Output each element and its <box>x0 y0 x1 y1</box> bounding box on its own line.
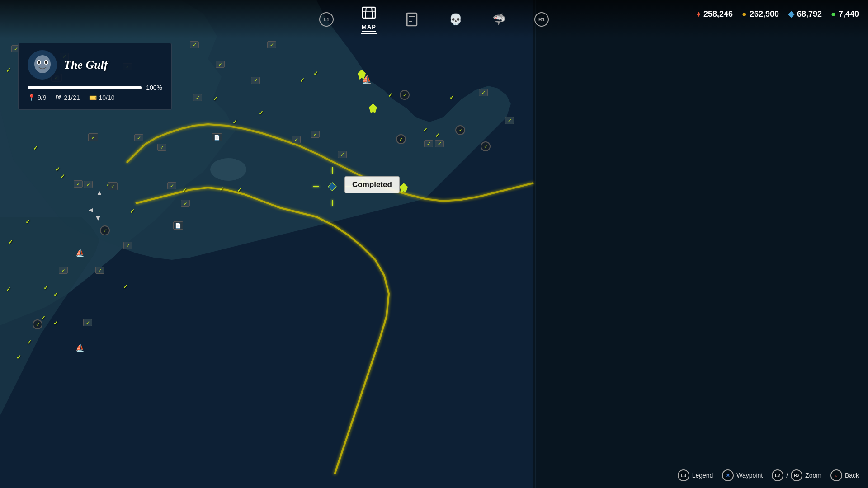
map-marker-10[interactable]: ✓ <box>313 70 318 77</box>
ctrl-zoom[interactable]: L2 / R2 Zoom <box>772 469 821 481</box>
circle-button[interactable]: ○ <box>830 469 842 481</box>
map-marker-58[interactable]: ✓ <box>123 283 128 290</box>
currency-red-value: 258,246 <box>703 9 733 19</box>
map-marker-57[interactable]: ✓ <box>83 319 92 326</box>
map-marker-32[interactable]: ✓ <box>338 151 347 158</box>
map-marker-19[interactable]: ✓ <box>449 94 454 101</box>
zoom-label: Zoom <box>805 472 821 479</box>
map-marker-47[interactable]: ✓ <box>8 239 13 245</box>
stat-location-icon: 📍 <box>28 94 35 101</box>
ctrl-back[interactable]: ○ Back <box>830 469 859 481</box>
note-icon-check-2[interactable]: ✓ <box>88 133 98 141</box>
note-icon-3[interactable]: 📄 <box>173 221 183 230</box>
nav-arrow-left: ◄ <box>87 206 94 214</box>
map-marker-35[interactable]: ✓ <box>74 180 83 188</box>
map-marker-31[interactable]: ✓ <box>292 136 301 143</box>
l3-button[interactable]: L3 <box>678 469 689 481</box>
nav-r1-button[interactable]: R1 <box>534 12 549 27</box>
nav-journal-tab[interactable] <box>404 11 420 28</box>
map-marker-3[interactable]: ✓ <box>6 67 11 74</box>
region-panel: The Gulf 100% 📍 9/9 🗺 21/21 🎫 10/10 <box>18 43 172 110</box>
l1-circle[interactable]: L1 <box>319 12 334 27</box>
svg-rect-11 <box>406 13 408 26</box>
currency-blue: ◆ 68,792 <box>788 9 822 19</box>
map-marker-14[interactable]: ✓ <box>259 109 264 116</box>
map-marker-39[interactable]: ✓ <box>182 187 187 194</box>
map-marker-20[interactable]: ✓ <box>400 90 410 100</box>
map-marker-21[interactable]: ✓ <box>479 89 488 96</box>
map-marker-40[interactable]: ✓ <box>181 200 190 207</box>
map-marker-54[interactable]: ✓ <box>41 314 46 321</box>
map-marker-25[interactable]: ✓ <box>435 132 440 139</box>
map-marker-33[interactable]: ✓ <box>55 166 60 173</box>
stat-collectible-value: 10/10 <box>99 94 115 101</box>
map-marker-42[interactable]: ✓ <box>237 187 242 193</box>
map-marker-36[interactable]: ✓ <box>84 181 93 188</box>
map-marker-6[interactable]: ✓ <box>216 61 225 68</box>
journal-nav-icon <box>404 11 420 28</box>
map-marker-26[interactable]: ✓ <box>455 125 465 135</box>
map-marker-38[interactable]: ✓ <box>167 182 176 189</box>
ctrl-waypoint[interactable]: ✕ Waypoint <box>722 469 763 481</box>
note-icon-2[interactable]: 📄 <box>212 133 222 141</box>
map-marker-17[interactable]: ✓ <box>157 144 166 151</box>
nav-map-tab[interactable]: MAP <box>361 5 377 34</box>
map-marker-12[interactable]: ✓ <box>213 95 218 102</box>
map-marker-16[interactable]: ✓ <box>134 134 143 141</box>
map-marker-9[interactable]: ✓ <box>300 77 305 84</box>
map-marker-5[interactable]: ✓ <box>190 41 199 48</box>
map-marker-22[interactable]: ✓ <box>505 117 514 124</box>
map-marker-11[interactable]: ✓ <box>193 94 202 101</box>
ctrl-legend[interactable]: L3 Legend <box>678 469 713 481</box>
map-marker-13[interactable]: ✓ <box>232 118 237 125</box>
map-marker-27[interactable]: ✓ <box>424 140 433 147</box>
map-marker-8[interactable]: ✓ <box>251 77 260 84</box>
map-marker-30[interactable]: ✓ <box>311 131 320 138</box>
map-marker-41[interactable]: ✓ <box>219 186 224 192</box>
currency-bar: ♦ 258,246 ● 262,900 ◆ 68,792 ● 7,440 <box>697 9 859 19</box>
back-label: Back <box>845 472 859 479</box>
nav-l1-button[interactable]: L1 <box>319 12 334 27</box>
map-marker-23[interactable]: ✓ <box>396 134 406 144</box>
x-button[interactable]: ✕ <box>722 469 734 481</box>
map-marker-18[interactable]: ✓ <box>388 92 393 99</box>
map-marker-52[interactable]: ✓ <box>6 286 11 293</box>
map-marker-45[interactable]: ✓ <box>123 242 132 249</box>
map-marker-28[interactable]: ✓ <box>435 140 444 147</box>
map-marker-48[interactable]: ✓ <box>43 284 48 291</box>
currency-gold-value: 262,900 <box>750 9 779 19</box>
map-marker-55[interactable]: ✓ <box>53 319 58 326</box>
map-marker-59[interactable]: ✓ <box>16 354 21 361</box>
map-marker-15[interactable]: ✓ <box>33 145 38 151</box>
ship-icon-3: ⛵ <box>75 343 85 352</box>
l2-button[interactable]: L2 <box>772 469 783 481</box>
map-marker-56[interactable]: ✓ <box>27 339 32 346</box>
svg-point-18 <box>41 64 44 66</box>
map-marker-7[interactable]: ✓ <box>267 41 276 48</box>
map-marker-46[interactable]: ✓ <box>25 218 30 225</box>
map-marker-43[interactable]: ✓ <box>130 208 135 215</box>
r2-button[interactable]: R2 <box>791 469 802 481</box>
svg-point-16 <box>38 61 40 64</box>
map-marker-50[interactable]: ✓ <box>59 267 68 274</box>
r1-circle[interactable]: R1 <box>534 12 549 27</box>
map-marker-34[interactable]: ✓ <box>60 173 65 180</box>
nav-shark-tab[interactable]: 🦈 <box>491 11 507 28</box>
map-marker-24[interactable]: ✓ <box>423 127 428 133</box>
map-marker-51[interactable]: ✓ <box>95 267 104 274</box>
currency-green: ● 7,440 <box>831 9 859 19</box>
note-icon-check-3[interactable]: ✓ <box>108 182 118 190</box>
region-header: The Gulf <box>28 50 162 80</box>
map-marker-49[interactable]: ✓ <box>53 291 58 298</box>
stat-mission-value: 21/21 <box>64 94 80 101</box>
map-marker-44[interactable]: ✓ <box>100 225 110 235</box>
svg-point-2 <box>210 158 246 181</box>
nav-skull-tab[interactable]: 💀 <box>448 11 464 28</box>
shark-nav-icon: 🦈 <box>491 11 507 28</box>
map-marker-29[interactable]: ✓ <box>481 141 491 151</box>
svg-point-17 <box>45 61 47 64</box>
progress-bar-fill <box>28 86 142 89</box>
zoom-slash: / <box>786 472 788 479</box>
target-reticle[interactable] <box>321 175 344 198</box>
nav-arrow-up: ▲ <box>96 189 103 197</box>
